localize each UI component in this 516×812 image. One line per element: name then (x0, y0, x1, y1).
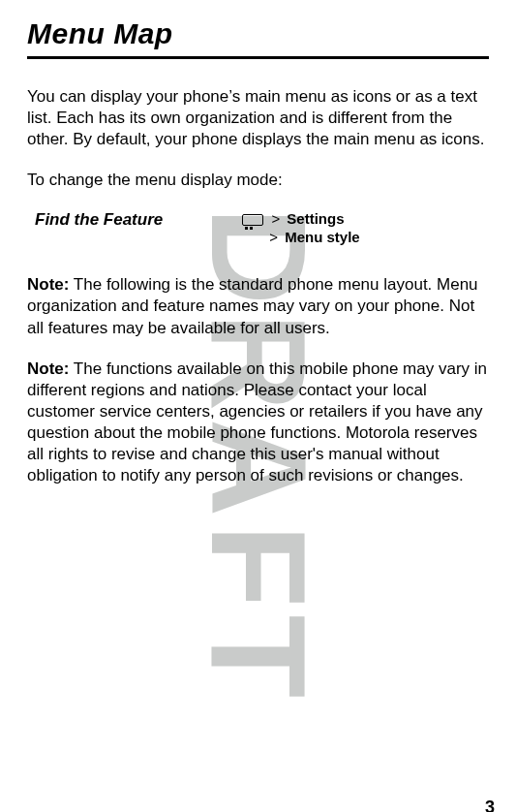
gt-2: > (269, 229, 278, 245)
find-feature-label: Find the Feature (35, 210, 163, 230)
page-title: Menu Map (27, 17, 489, 50)
note-1-text: The following is the standard phone menu… (27, 275, 478, 336)
note-label-1: Note: (27, 275, 69, 294)
page-number: 3 (485, 797, 495, 812)
note-label-2: Note: (27, 359, 69, 378)
note-1: Note: The following is the standard phon… (27, 274, 489, 338)
note-2: Note: The functions available on this mo… (27, 359, 489, 487)
menu-path-line2: > Menu style (269, 229, 359, 245)
change-mode-line: To change the menu display mode: (27, 170, 489, 191)
menu-path-line1: > Settings (242, 210, 359, 227)
path-settings: Settings (287, 210, 344, 227)
menu-path-block: > Settings > Menu style (242, 210, 359, 245)
gt-1: > (271, 210, 280, 227)
intro-paragraph: You can display your phone’s main menu a… (27, 86, 489, 150)
path-menu-style: Menu style (285, 229, 360, 245)
title-rule (27, 56, 489, 59)
note-2-text: The functions available on this mobile p… (27, 359, 487, 484)
menu-icon (242, 214, 263, 226)
find-feature-row: Find the Feature > Settings > Menu style (27, 210, 489, 245)
